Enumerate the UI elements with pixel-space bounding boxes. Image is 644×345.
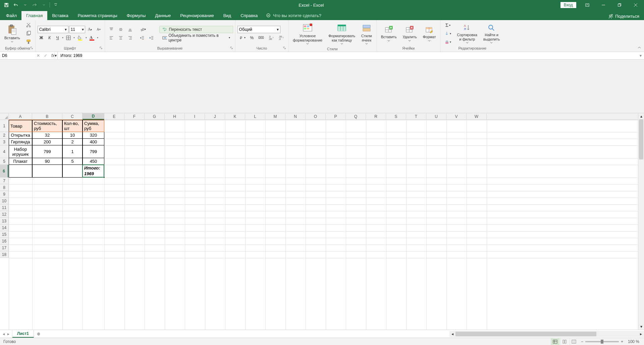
chevron-down-icon[interactable]: ▾ <box>97 36 98 39</box>
borders-icon[interactable] <box>64 34 73 42</box>
bold-button[interactable]: Ж <box>38 34 45 42</box>
maximize-icon[interactable] <box>612 0 627 10</box>
cell-D3[interactable]: 400 <box>83 139 104 145</box>
sheet-nav-prev-icon[interactable]: ◂ <box>2 332 5 336</box>
paste-button[interactable]: Вставить <box>2 23 22 44</box>
column-header-Q[interactable]: Q <box>346 113 366 120</box>
column-header-R[interactable]: R <box>366 113 386 120</box>
formula-input[interactable] <box>58 53 637 58</box>
column-header-K[interactable]: K <box>225 113 245 120</box>
cell-C3[interactable]: 2 <box>62 139 83 145</box>
tab-formulas[interactable]: Формулы <box>122 11 151 20</box>
cell-C4[interactable]: 1 <box>62 145 83 158</box>
redo-dropdown-icon[interactable] <box>40 1 48 9</box>
cell-A6[interactable] <box>9 165 32 178</box>
cell-B4[interactable]: 799 <box>32 145 62 158</box>
column-header-G[interactable]: G <box>145 113 165 120</box>
font-size-input[interactable] <box>69 27 81 32</box>
cell-B5[interactable]: 90 <box>32 158 62 165</box>
undo-icon[interactable] <box>11 1 20 9</box>
column-header-T[interactable]: T <box>406 113 426 120</box>
collapse-ribbon-icon[interactable] <box>637 46 641 50</box>
decrease-font-icon[interactable]: A▾ <box>95 26 102 33</box>
column-header-D[interactable]: D <box>83 113 104 120</box>
cell-A4[interactable]: Набор игрушек <box>9 145 32 158</box>
cell-D1[interactable]: Сумма, руб <box>83 120 104 132</box>
align-center-icon[interactable] <box>116 34 125 42</box>
row-header-2[interactable]: 2 <box>0 132 8 139</box>
normal-view-icon[interactable] <box>551 338 559 345</box>
name-box[interactable]: ▾ <box>0 52 34 59</box>
tab-data[interactable]: Данные <box>150 11 175 20</box>
column-header-A[interactable]: A <box>9 113 32 120</box>
column-header-C[interactable]: C <box>62 113 83 120</box>
decrease-decimal-icon[interactable]: ,00,0 <box>277 34 286 42</box>
row-header-7[interactable]: 7 <box>0 178 8 184</box>
cell-A1[interactable]: Товар <box>9 120 32 132</box>
insert-function-icon[interactable]: fx <box>50 53 55 58</box>
alignment-dialog-launcher-icon[interactable] <box>229 46 234 50</box>
redo-icon[interactable] <box>30 1 39 9</box>
ribbon-display-options-icon[interactable] <box>580 0 595 10</box>
font-dialog-launcher-icon[interactable] <box>99 46 103 50</box>
column-header-J[interactable]: J <box>205 113 225 120</box>
column-header-B[interactable]: B <box>32 113 62 120</box>
font-size-combo[interactable]: ▾ <box>69 26 85 33</box>
page-layout-view-icon[interactable] <box>560 338 569 345</box>
column-header-N[interactable]: N <box>285 113 306 120</box>
row-header-5[interactable]: 5 <box>0 158 8 165</box>
decrease-indent-icon[interactable] <box>138 34 147 42</box>
row-header-13[interactable]: 13 <box>0 218 8 224</box>
scroll-right-icon[interactable]: ▸ <box>638 331 644 337</box>
chevron-down-icon[interactable]: ▾ <box>86 36 87 39</box>
align-left-icon[interactable] <box>107 34 116 42</box>
undo-dropdown-icon[interactable] <box>21 1 30 9</box>
cell-D2[interactable]: 320 <box>83 132 104 139</box>
row-header-3[interactable]: 3 <box>0 139 8 145</box>
row-header-15[interactable]: 15 <box>0 231 8 238</box>
accounting-format-icon[interactable]: ₽▾ <box>237 34 248 42</box>
underline-button[interactable]: Ч <box>54 34 61 42</box>
chevron-down-icon[interactable]: ▾ <box>275 27 280 32</box>
column-header-U[interactable]: U <box>426 113 446 120</box>
cell-A3[interactable]: Гирлянда <box>9 139 32 145</box>
expand-formula-bar-icon[interactable]: ▾ <box>637 52 644 59</box>
cell-B3[interactable]: 200 <box>32 139 62 145</box>
scroll-up-icon[interactable]: ▴ <box>638 113 644 119</box>
page-break-view-icon[interactable] <box>570 338 578 345</box>
row-header-10[interactable]: 10 <box>0 198 8 204</box>
orientation-icon[interactable]: ab▾ <box>138 26 148 33</box>
clipboard-dialog-launcher-icon[interactable] <box>29 46 34 50</box>
customize-qat-icon[interactable] <box>51 1 60 9</box>
row-header-16[interactable]: 16 <box>0 238 8 245</box>
cell-D5[interactable]: 450 <box>83 158 104 165</box>
horizontal-scrollbar[interactable]: ◂ ▸ <box>449 330 644 338</box>
font-name-input[interactable] <box>38 27 63 32</box>
zoom-level[interactable]: 100 % <box>626 339 641 344</box>
percent-format-icon[interactable]: % <box>248 34 256 42</box>
format-cells-button[interactable]: Формат <box>420 24 438 43</box>
scroll-left-icon[interactable]: ◂ <box>449 331 455 337</box>
cell-D4[interactable]: 799 <box>83 145 104 158</box>
align-top-icon[interactable] <box>107 26 116 33</box>
vertical-scroll-thumb[interactable] <box>639 119 643 159</box>
chevron-down-icon[interactable]: ▾ <box>81 27 85 32</box>
horizontal-scroll-thumb[interactable] <box>455 332 596 336</box>
column-header-H[interactable]: H <box>165 113 185 120</box>
column-header-S[interactable]: S <box>386 113 406 120</box>
align-right-icon[interactable] <box>126 34 135 42</box>
row-header-8[interactable]: 8 <box>0 184 8 191</box>
sign-in-button[interactable]: Вход <box>560 2 576 8</box>
select-all-corner[interactable] <box>0 113 9 120</box>
worksheet-grid[interactable]: 123456789101112131415161718 ABCDEFGHIJKL… <box>0 113 644 330</box>
new-sheet-icon[interactable]: ⊕ <box>34 330 43 338</box>
zoom-in-icon[interactable]: + <box>621 339 623 344</box>
zoom-out-icon[interactable]: − <box>581 339 583 344</box>
cell-A2[interactable]: Открытка <box>9 132 32 139</box>
increase-font-icon[interactable]: A▴ <box>86 26 94 33</box>
sheet-tab[interactable]: Лист1 <box>12 330 34 338</box>
cell-styles-button[interactable]: Стили ячеек <box>359 21 374 46</box>
minimize-icon[interactable] <box>596 0 611 10</box>
cut-icon[interactable] <box>24 21 33 29</box>
tab-file[interactable]: Файл <box>1 11 21 20</box>
